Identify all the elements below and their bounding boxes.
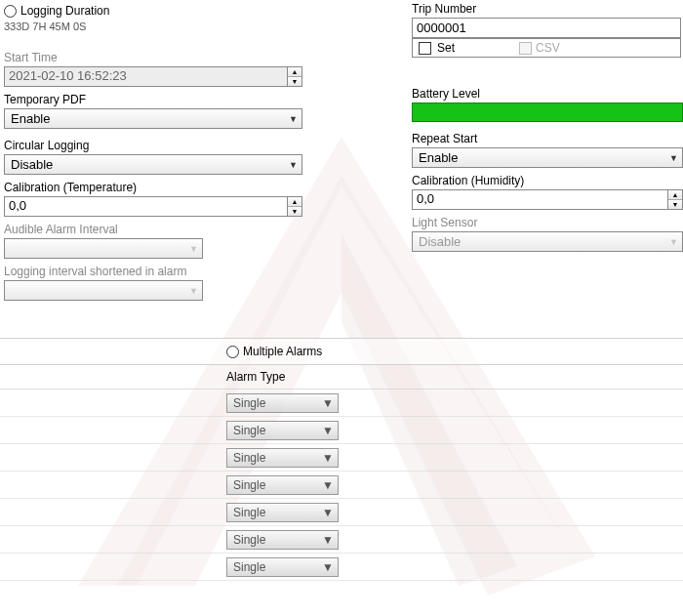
- chevron-down-icon: ▼: [289, 160, 298, 170]
- alarm-row: Single▼: [0, 554, 683, 581]
- logging-interval-shortened-label: Logging interval shortened in alarm: [4, 263, 392, 280]
- battery-level-label: Battery Level: [412, 85, 683, 103]
- calibration-humidity-label: Calibration (Humidity): [412, 172, 683, 189]
- alarm-row: Single▼: [0, 472, 683, 499]
- calibration-temperature-input[interactable]: 0,0 ▲ ▼: [4, 196, 302, 217]
- calib-temp-down-button[interactable]: ▼: [288, 207, 301, 216]
- audible-alarm-interval-select: ▼: [4, 238, 203, 259]
- alarm-type-value: Single: [233, 424, 265, 437]
- start-time-down-button[interactable]: ▼: [288, 77, 301, 86]
- alarm-type-select[interactable]: Single▼: [226, 503, 339, 522]
- set-csv-row: Set CSV: [412, 38, 681, 58]
- light-sensor-label: Light Sensor: [412, 214, 683, 231]
- repeat-start-select[interactable]: Enable ▼: [412, 147, 683, 168]
- chevron-down-icon: ▼: [189, 286, 198, 296]
- chevron-down-icon: ▼: [189, 244, 198, 254]
- alarm-type-value: Single: [233, 506, 265, 519]
- alarm-type-select[interactable]: Single▼: [226, 393, 339, 413]
- alarm-type-select[interactable]: Single▼: [226, 530, 339, 550]
- audible-alarm-interval-label: Audible Alarm Interval: [4, 221, 392, 238]
- battery-level-bar: [412, 103, 683, 122]
- temporary-pdf-value: Enable: [11, 111, 50, 126]
- calibration-humidity-value: 0,0: [412, 189, 667, 210]
- chevron-down-icon: ▼: [322, 451, 334, 465]
- alarm-type-select[interactable]: Single▼: [226, 475, 339, 495]
- repeat-start-value: Enable: [419, 150, 458, 165]
- start-time-up-button[interactable]: ▲: [288, 67, 301, 77]
- chevron-down-icon: ▼: [322, 424, 334, 437]
- alarm-row: Single▼: [0, 499, 683, 526]
- alarm-type-select[interactable]: Single▼: [226, 448, 339, 468]
- multiple-alarms-radio[interactable]: [226, 346, 239, 358]
- trip-number-input[interactable]: [412, 18, 681, 38]
- set-checkbox[interactable]: [419, 42, 431, 55]
- chevron-down-icon: ▼: [322, 478, 334, 492]
- chevron-down-icon: ▼: [322, 533, 334, 547]
- logging-interval-shortened-select: ▼: [4, 280, 203, 301]
- alarm-table: Multiple Alarms Alarm Type Single▼Single…: [0, 338, 683, 581]
- repeat-start-label: Repeat Start: [412, 130, 683, 147]
- temporary-pdf-label: Temporary PDF: [4, 91, 392, 108]
- temporary-pdf-select[interactable]: Enable ▼: [4, 108, 302, 129]
- csv-checkbox: [519, 42, 532, 55]
- start-time-label: Start Time: [4, 49, 392, 66]
- light-sensor-select: Disable ▼: [412, 231, 683, 252]
- chevron-down-icon: ▼: [289, 114, 298, 124]
- alarm-row: Single▼: [0, 417, 683, 444]
- alarm-type-select[interactable]: Single▼: [226, 557, 339, 577]
- calibration-humidity-input[interactable]: 0,0 ▲ ▼: [412, 189, 683, 210]
- alarm-type-value: Single: [233, 396, 265, 410]
- alarm-type-value: Single: [233, 478, 265, 492]
- trip-number-label: Trip Number: [412, 0, 683, 18]
- calib-temp-up-button[interactable]: ▲: [288, 197, 301, 207]
- alarm-type-value: Single: [233, 451, 265, 465]
- chevron-down-icon: ▼: [322, 396, 334, 410]
- csv-label: CSV: [536, 41, 560, 55]
- alarm-row: Single▼: [0, 390, 683, 417]
- start-time-input[interactable]: 2021-02-10 16:52:23 ▲ ▼: [4, 66, 302, 87]
- logging-duration-label: Logging Duration: [20, 2, 109, 20]
- calib-hum-up-button[interactable]: ▲: [668, 190, 682, 200]
- calibration-temperature-value: 0,0: [4, 196, 287, 217]
- circular-logging-value: Disable: [11, 157, 53, 172]
- chevron-down-icon: ▼: [669, 153, 678, 163]
- chevron-down-icon: ▼: [669, 237, 678, 247]
- chevron-down-icon: ▼: [322, 506, 334, 519]
- alarm-type-header: Alarm Type: [222, 370, 349, 384]
- calibration-temperature-label: Calibration (Temperature): [4, 179, 392, 196]
- circular-logging-select[interactable]: Disable ▼: [4, 154, 302, 175]
- alarm-type-value: Single: [233, 533, 265, 547]
- set-label: Set: [437, 41, 455, 55]
- alarm-row: Single▼: [0, 526, 683, 554]
- calib-hum-down-button[interactable]: ▼: [668, 200, 682, 209]
- circular-logging-label: Circular Logging: [4, 137, 392, 154]
- start-time-value: 2021-02-10 16:52:23: [4, 66, 287, 87]
- chevron-down-icon: ▼: [322, 560, 334, 574]
- alarm-type-select[interactable]: Single▼: [226, 421, 339, 440]
- alarm-row: Single▼: [0, 444, 683, 472]
- logging-duration-value: 333D 7H 45M 0S: [4, 20, 392, 35]
- multiple-alarms-label: Multiple Alarms: [243, 345, 322, 358]
- light-sensor-value: Disable: [419, 234, 461, 249]
- logging-duration-radio[interactable]: [4, 5, 17, 18]
- alarm-type-value: Single: [233, 560, 265, 574]
